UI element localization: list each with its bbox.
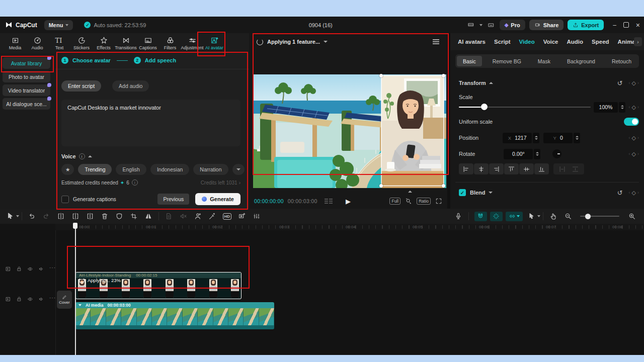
add-video-icon[interactable] bbox=[238, 212, 246, 220]
full-quality-button[interactable]: Full bbox=[389, 198, 400, 205]
more-icon[interactable]: ··· bbox=[49, 266, 56, 269]
lock-icon[interactable] bbox=[16, 295, 22, 301]
position-x-stepper[interactable] bbox=[533, 133, 539, 143]
chip-narration[interactable]: Narration bbox=[193, 164, 228, 175]
rotate-input[interactable]: 0.00° bbox=[504, 149, 533, 159]
scale-slider-knob[interactable] bbox=[481, 104, 488, 110]
toolbar-tab-audio[interactable]: Audio bbox=[26, 36, 48, 50]
chip-trending[interactable]: Trending bbox=[78, 164, 112, 175]
preview-collapse-handle[interactable] bbox=[408, 191, 412, 193]
trim-left-icon[interactable] bbox=[71, 212, 79, 220]
mask-icon[interactable] bbox=[115, 212, 123, 220]
selection-handle[interactable] bbox=[442, 74, 445, 77]
trim-right-icon[interactable] bbox=[86, 212, 94, 220]
align-bottom-button[interactable] bbox=[534, 163, 549, 174]
playhead[interactable] bbox=[75, 223, 76, 355]
transform-keyframe-control[interactable]: ‹◇› bbox=[629, 80, 639, 86]
retouch-wand-icon[interactable] bbox=[208, 212, 216, 220]
credits-left-link[interactable]: Credits left 1031 › bbox=[201, 180, 240, 186]
preview-status[interactable]: Applying 1 feature... bbox=[267, 39, 320, 45]
fullscreen-icon[interactable] bbox=[435, 198, 442, 205]
rotate-keyframe-control[interactable]: ‹◇› bbox=[629, 151, 639, 157]
blend-checkbox[interactable]: ✓ bbox=[459, 189, 466, 196]
preview-zoom-icon[interactable] bbox=[405, 198, 412, 205]
video-canvas[interactable] bbox=[253, 74, 446, 188]
selection-handle[interactable] bbox=[379, 184, 383, 188]
generate-button[interactable]: Generate bbox=[195, 193, 240, 205]
snap-magnet-button[interactable] bbox=[474, 212, 487, 221]
toolbar-tab-text[interactable]: TI Text bbox=[48, 36, 70, 50]
tab-add-audio[interactable]: Add audio bbox=[112, 80, 149, 92]
align-right-button[interactable] bbox=[489, 163, 504, 174]
toolbar-tab-stickers[interactable]: Stickers bbox=[70, 36, 93, 50]
tab-voice[interactable]: Voice bbox=[543, 39, 558, 45]
crop-icon[interactable] bbox=[130, 212, 138, 220]
sidebar-item-avatar-library[interactable]: Avatar library bbox=[3, 57, 50, 69]
voice-section-header[interactable]: Voice i bbox=[61, 153, 92, 159]
auto-preview-button[interactable] bbox=[490, 212, 503, 221]
mirror-icon[interactable] bbox=[144, 212, 152, 220]
tab-speed[interactable]: Speed bbox=[592, 39, 609, 45]
subtab-basic[interactable]: Basic bbox=[457, 56, 482, 66]
position-x-input[interactable]: X1217 bbox=[503, 133, 532, 143]
timeline-zoom-slider[interactable] bbox=[580, 216, 619, 217]
preview-menu-icon[interactable] bbox=[433, 39, 439, 44]
scale-stepper[interactable] bbox=[619, 102, 625, 113]
cover-button[interactable]: Cover bbox=[57, 291, 72, 309]
preview-axis-icon[interactable] bbox=[549, 212, 557, 220]
position-y-stepper[interactable] bbox=[574, 133, 580, 143]
generate-captions-checkbox[interactable] bbox=[61, 196, 69, 203]
zoom-slider-knob[interactable] bbox=[585, 214, 591, 219]
avatar-clip[interactable]: Airi-Lifestyle-Indoor-Standing 00:00:02:… bbox=[75, 272, 242, 299]
step-1-label[interactable]: Choose avatar bbox=[72, 57, 111, 63]
rotate-dial[interactable] bbox=[552, 149, 561, 158]
select-tool-chevron[interactable] bbox=[16, 215, 19, 217]
subtab-mask[interactable]: Mask bbox=[532, 56, 556, 66]
tab-audio[interactable]: Audio bbox=[567, 39, 584, 45]
pro-button[interactable]: ◆ Pro bbox=[500, 20, 525, 30]
reset-transform-icon[interactable]: ↺ bbox=[617, 79, 623, 87]
uniform-scale-toggle[interactable] bbox=[624, 118, 639, 126]
favorites-chip[interactable]: ★ bbox=[61, 164, 74, 175]
tab-video[interactable]: Video bbox=[519, 39, 535, 45]
sidebar-item-ai-dialogue[interactable]: AI dialogue sce... bbox=[3, 98, 50, 110]
align-middle-v-button[interactable] bbox=[519, 163, 534, 174]
more-chips-button[interactable] bbox=[232, 164, 245, 175]
record-voiceover-icon[interactable] bbox=[454, 212, 462, 220]
audio-tuning-icon[interactable] bbox=[253, 212, 261, 220]
rotate-stepper[interactable] bbox=[534, 149, 540, 159]
menu-button[interactable]: Menu bbox=[44, 20, 73, 30]
lock-icon[interactable] bbox=[16, 265, 22, 271]
chevron-down-icon[interactable] bbox=[324, 41, 328, 43]
enhance-hd-button[interactable]: HD bbox=[223, 213, 232, 220]
cursor-mode-chevron[interactable] bbox=[537, 215, 540, 217]
toolbar-tab-ai-avatar[interactable]: AI avatar bbox=[203, 36, 225, 50]
script-textarea[interactable]: CapCut Desktop is a market innovator bbox=[61, 100, 240, 146]
redo-icon[interactable] bbox=[42, 212, 50, 220]
toolbar-tab-effects[interactable]: Effects bbox=[93, 36, 115, 50]
align-top-button[interactable] bbox=[504, 163, 519, 174]
speaker-icon[interactable] bbox=[38, 265, 44, 271]
maximize-button[interactable] bbox=[623, 22, 629, 28]
align-left-button[interactable] bbox=[459, 163, 473, 174]
ratio-button[interactable]: Ratio bbox=[417, 198, 431, 205]
compact-layout-icon[interactable] bbox=[487, 22, 496, 29]
select-tool-icon[interactable] bbox=[6, 212, 14, 220]
tab-ai-avatars[interactable]: AI avatars bbox=[458, 39, 486, 45]
tab-enter-script[interactable]: Enter script bbox=[61, 80, 101, 92]
tabs-scroll-right-button[interactable]: › bbox=[634, 37, 642, 46]
layout-chevron-icon[interactable] bbox=[479, 24, 482, 26]
eye-icon[interactable] bbox=[27, 265, 33, 271]
eye-icon[interactable] bbox=[27, 295, 33, 301]
timeline-ruler[interactable]: 00:00 00:01 00:02 00:03 00:04 00:05 00:0… bbox=[55, 224, 644, 230]
selection-handle[interactable] bbox=[379, 74, 383, 77]
tab-script[interactable]: Script bbox=[494, 39, 511, 45]
collapse-caret-icon[interactable] bbox=[489, 82, 493, 84]
share-button[interactable]: Share bbox=[529, 20, 564, 30]
toolbar-tab-captions[interactable]: Captions bbox=[137, 36, 159, 50]
previous-button[interactable]: Previous bbox=[157, 194, 189, 205]
undo-icon[interactable] bbox=[28, 212, 36, 220]
more-icon[interactable]: ··· bbox=[49, 297, 56, 300]
cursor-mode-icon[interactable] bbox=[528, 212, 536, 220]
blend-keyframe-control[interactable]: ‹◇› bbox=[629, 190, 639, 196]
